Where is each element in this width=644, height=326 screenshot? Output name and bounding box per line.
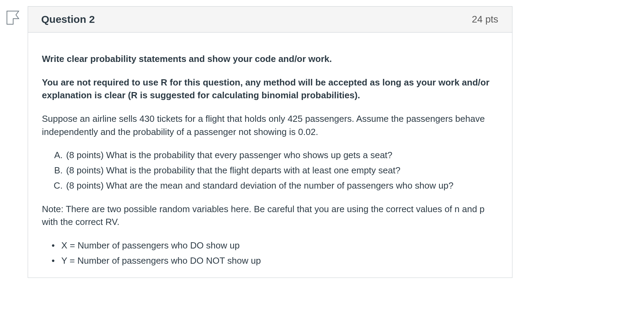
- note-text: Note: There are two possible random vari…: [42, 203, 498, 229]
- question-container: Question 2 24 pts Write clear probabilit…: [28, 6, 512, 278]
- part-text: (8 points) What is the probability that …: [66, 164, 400, 177]
- scenario-text: Suppose an airline sells 430 tickets for…: [42, 112, 498, 138]
- question-body: Write clear probability statements and s…: [28, 33, 512, 278]
- question-title: Question 2: [41, 13, 95, 25]
- flag-icon[interactable]: [6, 10, 20, 25]
- list-item: B. (8 points) What is the probability th…: [42, 164, 498, 177]
- list-item: Y = Number of passengers who DO NOT show…: [50, 254, 498, 268]
- part-marker: B.: [42, 164, 66, 177]
- part-marker: C.: [42, 179, 66, 192]
- question-points: 24 pts: [472, 14, 498, 25]
- list-item: X = Number of passengers who DO show up: [50, 239, 498, 252]
- list-item: C. (8 points) What are the mean and stan…: [42, 179, 498, 192]
- part-marker: A.: [42, 149, 66, 162]
- instruction-line-1: Write clear probability statements and s…: [42, 53, 498, 66]
- rv-list: X = Number of passengers who DO show up …: [42, 239, 498, 267]
- question-header: Question 2 24 pts: [28, 7, 512, 33]
- parts-list: A. (8 points) What is the probability th…: [42, 149, 498, 192]
- part-text: (8 points) What are the mean and standar…: [66, 179, 454, 192]
- instruction-line-2: You are not required to use R for this q…: [42, 76, 498, 102]
- bullet-text: Y = Number of passengers who DO NOT show…: [61, 255, 261, 266]
- part-text: (8 points) What is the probability that …: [66, 149, 392, 162]
- list-item: A. (8 points) What is the probability th…: [42, 149, 498, 162]
- question-wrapper: Question 2 24 pts Write clear probabilit…: [0, 0, 644, 278]
- bullet-text: X = Number of passengers who DO show up: [61, 240, 240, 251]
